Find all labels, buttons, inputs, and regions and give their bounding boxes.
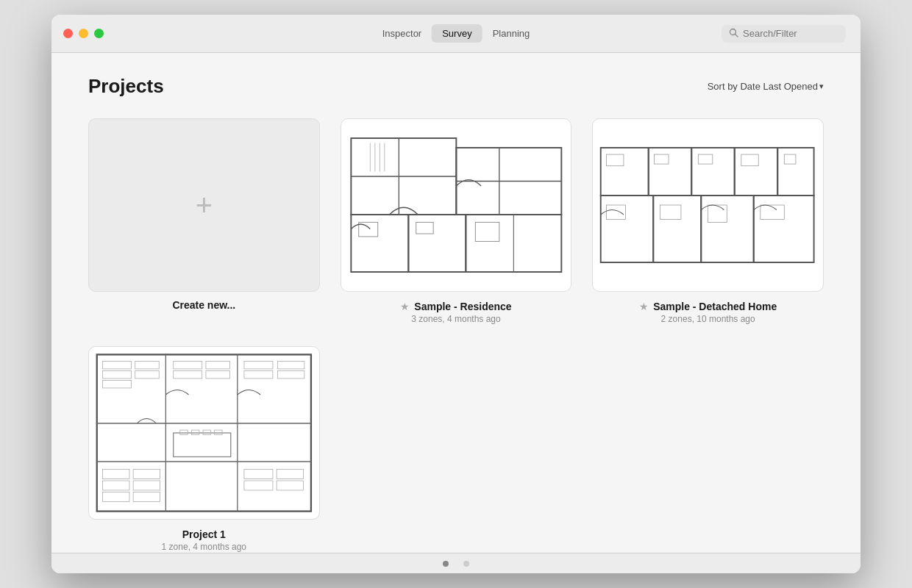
svg-rect-60	[103, 469, 129, 478]
svg-rect-29	[655, 154, 669, 164]
svg-rect-50	[206, 370, 229, 378]
svg-rect-51	[244, 361, 273, 368]
svg-rect-12	[416, 222, 432, 234]
close-button[interactable]	[63, 29, 73, 38]
project-name-detached: Sample - Detached Home	[653, 301, 777, 312]
project-create-new[interactable]: + Create new...	[88, 118, 320, 324]
svg-rect-69	[277, 481, 303, 490]
svg-line-1	[735, 34, 738, 37]
page-dot-1[interactable]	[443, 561, 449, 567]
project-sample-residence[interactable]: ★ Sample - Residence 3 zones, 4 months a…	[341, 118, 572, 324]
svg-rect-32	[785, 154, 797, 164]
chevron-down-icon: ▾	[819, 82, 824, 91]
svg-rect-25	[654, 196, 702, 262]
svg-rect-44	[103, 380, 132, 387]
svg-rect-53	[277, 361, 304, 368]
search-area[interactable]	[722, 25, 846, 43]
create-new-thumbnail: +	[88, 118, 320, 292]
svg-rect-33	[607, 205, 626, 219]
project-name-residence: Sample - Residence	[414, 301, 511, 312]
svg-rect-67	[244, 481, 273, 490]
detached-thumbnail	[592, 118, 824, 292]
project-name-project1: Project 1	[182, 528, 226, 540]
svg-rect-64	[133, 481, 160, 490]
project-details-detached: 2 zones, 10 months ago	[661, 314, 755, 324]
svg-rect-49	[206, 361, 229, 368]
svg-rect-30	[699, 154, 713, 164]
project-meta-project1: Project 1	[182, 528, 226, 540]
project-name-create: Create new...	[172, 299, 235, 311]
project-meta-residence: ★ Sample - Residence	[400, 301, 511, 312]
svg-rect-55	[174, 433, 231, 456]
svg-rect-34	[660, 205, 682, 219]
svg-rect-28	[607, 154, 624, 166]
minimize-button[interactable]	[79, 29, 88, 38]
svg-rect-45	[135, 361, 159, 368]
svg-rect-47	[174, 361, 202, 368]
page-dot-2[interactable]	[463, 561, 469, 567]
svg-rect-9	[408, 215, 466, 272]
projects-grid: + Create new...	[88, 118, 824, 552]
project-details-residence: 3 zones, 4 months ago	[411, 314, 500, 324]
residence-thumbnail	[341, 118, 572, 292]
page-title: Projects	[88, 75, 164, 98]
sort-control[interactable]: Sort by Date Last Opened ▾	[708, 81, 824, 92]
svg-rect-48	[174, 370, 202, 378]
traffic-lights	[63, 29, 104, 38]
svg-rect-8	[351, 215, 408, 272]
svg-rect-43	[103, 370, 132, 378]
star-icon-residence: ★	[400, 301, 410, 312]
svg-rect-62	[103, 492, 129, 502]
svg-rect-68	[277, 469, 303, 478]
svg-rect-31	[741, 154, 758, 166]
search-input[interactable]	[743, 28, 838, 39]
search-icon	[729, 28, 738, 40]
project-details-project1: 1 zone, 4 months ago	[162, 542, 246, 552]
svg-rect-13	[475, 222, 499, 241]
project-sample-detached[interactable]: ★ Sample - Detached Home 2 zones, 10 mon…	[592, 118, 824, 324]
svg-rect-24	[601, 196, 653, 262]
maximize-button[interactable]	[94, 29, 104, 38]
star-icon-detached: ★	[639, 301, 649, 312]
tab-survey[interactable]: Survey	[432, 24, 482, 43]
tab-inspector[interactable]: Inspector	[372, 24, 432, 43]
titlebar: Inspector Survey Planning	[51, 15, 861, 53]
svg-rect-52	[244, 370, 273, 378]
svg-rect-54	[277, 370, 304, 378]
project-meta-detached: ★ Sample - Detached Home	[639, 301, 777, 312]
svg-rect-61	[103, 481, 129, 490]
main-content: Projects Sort by Date Last Opened ▾ + Cr…	[51, 53, 861, 553]
sort-label: Sort by Date Last Opened	[708, 81, 818, 92]
app-window: Inspector Survey Planning Projects Sort …	[51, 15, 861, 573]
svg-rect-19	[601, 148, 649, 196]
svg-rect-66	[244, 469, 273, 478]
tab-planning[interactable]: Planning	[482, 24, 541, 43]
svg-rect-46	[135, 370, 159, 378]
svg-rect-42	[103, 361, 132, 368]
plus-icon: +	[196, 190, 213, 220]
svg-rect-63	[133, 469, 160, 478]
svg-rect-20	[649, 148, 691, 196]
svg-rect-65	[133, 492, 160, 502]
content-header: Projects Sort by Date Last Opened ▾	[88, 75, 824, 98]
project1-thumbnail	[88, 346, 320, 520]
tab-group: Inspector Survey Planning	[372, 24, 541, 43]
project-1[interactable]: Project 1 1 zone, 4 months ago	[88, 346, 320, 552]
bottombar	[51, 553, 861, 573]
svg-rect-35	[708, 205, 727, 222]
